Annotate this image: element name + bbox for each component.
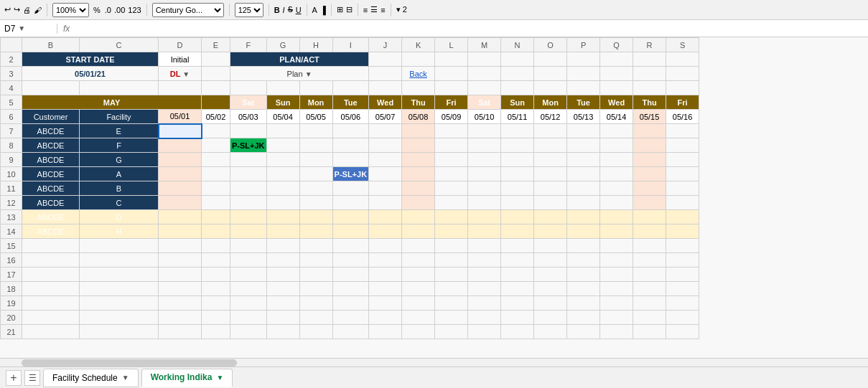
r13-q[interactable]: [600, 210, 633, 224]
r11-p[interactable]: [567, 181, 600, 196]
r11-customer[interactable]: ABCDE: [22, 181, 80, 196]
highlight-btn[interactable]: ▐: [320, 6, 326, 14]
r12-q[interactable]: [600, 196, 633, 210]
r10-d[interactable]: [159, 167, 202, 181]
r13-p[interactable]: [567, 210, 600, 224]
r11-j[interactable]: [369, 181, 402, 196]
r12-m[interactable]: [468, 196, 501, 210]
r9-m[interactable]: [468, 153, 501, 167]
date-e6[interactable]: 05/02: [202, 110, 230, 124]
r10-p[interactable]: [567, 167, 600, 181]
date-j6[interactable]: 05/07: [369, 110, 402, 124]
r8-d[interactable]: [159, 138, 202, 153]
r8-facility[interactable]: F: [80, 138, 159, 153]
col-S[interactable]: S: [666, 38, 699, 52]
r13-e[interactable]: [202, 210, 230, 224]
r8-l[interactable]: [435, 138, 468, 153]
date-m6[interactable]: 05/10: [468, 110, 501, 124]
r4q[interactable]: [600, 81, 633, 95]
date-f6[interactable]: 05/03: [230, 110, 267, 124]
r12-p[interactable]: [567, 196, 600, 210]
date-h6[interactable]: 05/05: [299, 110, 332, 124]
col-N[interactable]: N: [501, 38, 534, 52]
font-size-select[interactable]: 125: [235, 3, 263, 17]
date-n6[interactable]: 05/11: [501, 110, 534, 124]
r9-o[interactable]: [534, 153, 567, 167]
r9-s[interactable]: [666, 153, 699, 167]
r13-d[interactable]: [159, 210, 202, 224]
r9-f[interactable]: [230, 153, 267, 167]
date-p6[interactable]: 05/13: [567, 110, 600, 124]
col-F[interactable]: F: [230, 38, 267, 52]
r7-s[interactable]: [666, 124, 699, 138]
r13-m[interactable]: [468, 210, 501, 224]
r8-i[interactable]: [332, 138, 369, 153]
align-left-btn[interactable]: ≡: [363, 6, 368, 14]
r8-f-special[interactable]: P-SL+JK: [230, 138, 267, 153]
r13-o[interactable]: [534, 210, 567, 224]
date-i6[interactable]: 05/06: [332, 110, 369, 124]
r8-g[interactable]: [266, 138, 299, 153]
r10-k[interactable]: [402, 167, 435, 181]
col-R[interactable]: R: [633, 38, 666, 52]
date-q6[interactable]: 05/14: [600, 110, 633, 124]
r4e[interactable]: [202, 81, 230, 95]
col-L[interactable]: L: [435, 38, 468, 52]
r9-q[interactable]: [600, 153, 633, 167]
r14-r[interactable]: [633, 224, 666, 239]
r14-i[interactable]: [332, 224, 369, 239]
r10-j[interactable]: [369, 167, 402, 181]
r10-facility[interactable]: A: [80, 167, 159, 181]
toolbar-icon-paint[interactable]: 🖌: [34, 6, 42, 14]
col-B[interactable]: B: [22, 38, 80, 52]
r12-facility[interactable]: C: [80, 196, 159, 210]
toolbar-decimal-2[interactable]: .00: [114, 6, 125, 14]
r4r[interactable]: [633, 81, 666, 95]
r9-j[interactable]: [369, 153, 402, 167]
r9-e[interactable]: [202, 153, 230, 167]
toolbar-decimal-1[interactable]: .0: [105, 6, 111, 14]
r14-j[interactable]: [369, 224, 402, 239]
r13-k[interactable]: [402, 210, 435, 224]
r13-facility[interactable]: D: [80, 210, 159, 224]
r8-k[interactable]: [402, 138, 435, 153]
r13-j[interactable]: [369, 210, 402, 224]
r8-j[interactable]: [369, 138, 402, 153]
r10-customer[interactable]: ABCDE: [22, 167, 80, 181]
r14-m[interactable]: [468, 224, 501, 239]
col-I[interactable]: I: [332, 38, 369, 52]
col-M[interactable]: M: [468, 38, 501, 52]
r4b[interactable]: [22, 81, 80, 95]
merge-btn[interactable]: ⊟: [346, 5, 353, 14]
r13-g[interactable]: [266, 210, 299, 224]
toolbar-icon-print[interactable]: 🖨: [23, 6, 31, 14]
r8-m[interactable]: [468, 138, 501, 153]
r12-n[interactable]: [501, 196, 534, 210]
r11-s[interactable]: [666, 181, 699, 196]
r11-n[interactable]: [501, 181, 534, 196]
date-g6[interactable]: 05/04: [266, 110, 299, 124]
r12-i[interactable]: [332, 196, 369, 210]
r8-h[interactable]: [299, 138, 332, 153]
r10-e[interactable]: [202, 167, 230, 181]
r11-i[interactable]: [332, 181, 369, 196]
col-O[interactable]: O: [534, 38, 567, 52]
r7-f[interactable]: [230, 124, 267, 138]
col-G[interactable]: G: [266, 38, 299, 52]
r12-s[interactable]: [666, 196, 699, 210]
r8-q[interactable]: [600, 138, 633, 153]
r9-d[interactable]: [159, 153, 202, 167]
date-k6[interactable]: 05/08: [402, 110, 435, 124]
toolbar-icon-2[interactable]: ↪: [14, 5, 20, 14]
col-E[interactable]: E: [202, 38, 230, 52]
border-btn[interactable]: ⊞: [337, 5, 343, 14]
r7-g[interactable]: [266, 124, 299, 138]
r14-h[interactable]: [299, 224, 332, 239]
r11-h[interactable]: [299, 181, 332, 196]
r11-m[interactable]: [468, 181, 501, 196]
r4p[interactable]: [567, 81, 600, 95]
r7-p[interactable]: [567, 124, 600, 138]
r4c[interactable]: [80, 81, 159, 95]
r14-n[interactable]: [501, 224, 534, 239]
r13-l[interactable]: [435, 210, 468, 224]
